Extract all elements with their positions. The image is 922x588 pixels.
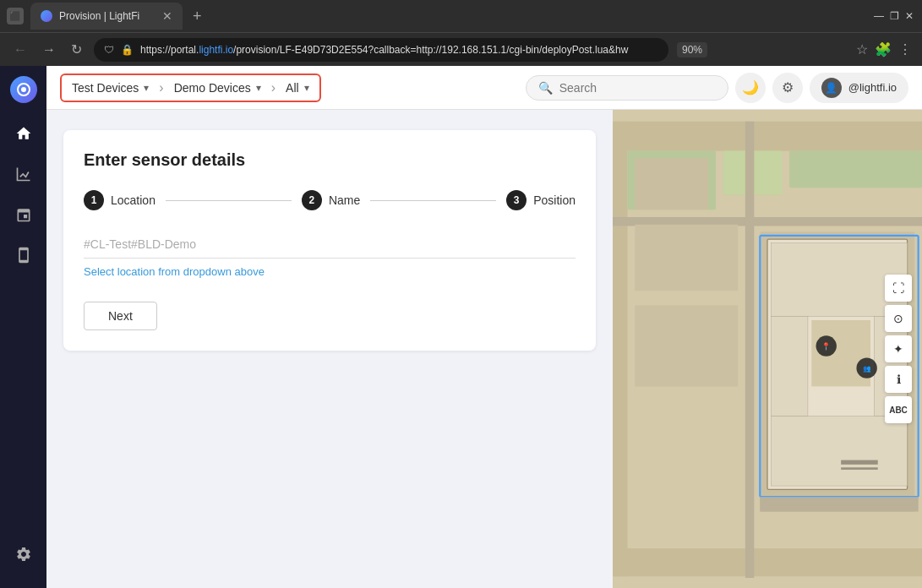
nav-settings-button[interactable] — [7, 537, 41, 571]
zoom-level: 90% — [677, 42, 707, 57]
svg-rect-8 — [789, 151, 922, 188]
location-hint-text: Select location from dropdown above — [84, 265, 576, 278]
svg-rect-12 — [635, 225, 738, 291]
tab-close-button[interactable]: ✕ — [162, 9, 172, 23]
step-line-2 — [370, 200, 496, 201]
avatar: 👤 — [821, 78, 842, 98]
breadcrumb-test-devices[interactable]: Test Devices ▾ — [72, 81, 149, 95]
svg-rect-3 — [613, 122, 922, 151]
breadcrumb-all-label: All — [286, 81, 299, 95]
svg-rect-10 — [745, 122, 754, 578]
svg-rect-4 — [613, 548, 922, 576]
svg-text:👥: 👥 — [863, 364, 871, 373]
locate-button[interactable]: ⊙ — [885, 305, 912, 332]
steps-row: 1 Location 2 Name 3 Position — [84, 190, 576, 210]
map-controls: ⛶ ⊙ ✦ ℹ ABC — [885, 275, 912, 423]
form-title: Enter sensor details — [84, 150, 576, 170]
lock-icon: 🛡 — [104, 44, 114, 56]
nav-analytics-button[interactable] — [7, 157, 41, 191]
nav-home-button[interactable] — [7, 117, 41, 150]
chevron-down-icon: ▾ — [144, 82, 149, 94]
step-2-circle: 2 — [302, 190, 322, 210]
breadcrumb: Test Devices ▾ › Demo Devices ▾ › All ▾ — [60, 74, 321, 102]
settings-button[interactable]: ⚙ — [772, 73, 803, 103]
breadcrumb-all[interactable]: All ▾ — [286, 81, 309, 95]
breadcrumb-separator-1: › — [159, 80, 163, 95]
url-text: https://portal.lightfi.io/provision/LF-E… — [140, 44, 628, 56]
address-bar: ← → ↻ 🛡 🔒 https://portal.lightfi.io/prov… — [0, 32, 922, 66]
step-3-circle: 3 — [506, 190, 526, 210]
step-line-1 — [166, 200, 292, 201]
step-3-label: Position — [533, 193, 576, 207]
location-input-area: #CL-Test#BLD-Demo Select location from d… — [84, 231, 576, 278]
more-button[interactable]: ⋮ — [898, 41, 912, 57]
svg-rect-23 — [841, 460, 878, 465]
new-tab-button[interactable]: + — [189, 4, 205, 29]
next-button[interactable]: Next — [84, 302, 157, 330]
svg-rect-13 — [635, 306, 738, 387]
svg-rect-5 — [613, 122, 627, 577]
active-tab[interactable]: Provision | LightFi ✕ — [30, 3, 183, 30]
reload-button[interactable]: ↻ — [68, 38, 85, 61]
nav-calendar-button[interactable] — [7, 198, 41, 231]
breadcrumb-demo-devices[interactable]: Demo Devices ▾ — [174, 81, 261, 95]
svg-rect-22 — [760, 497, 918, 511]
forward-button[interactable]: → — [39, 39, 59, 61]
star-button[interactable]: ☆ — [856, 41, 868, 57]
svg-rect-18 — [771, 416, 907, 486]
step-location: 1 Location — [84, 190, 155, 210]
svg-rect-24 — [841, 467, 878, 470]
nav-devices-button[interactable] — [7, 238, 41, 272]
fullscreen-button[interactable]: ⛶ — [885, 275, 912, 302]
left-panel: Enter sensor details 1 Location 2 Name — [46, 110, 613, 588]
map-background: 📍 👥 sador's C — [613, 110, 922, 588]
app-logo — [10, 76, 37, 103]
tab-favicon — [41, 10, 52, 22]
restore-button[interactable]: ❐ — [888, 10, 900, 22]
step-1-label: Location — [111, 193, 155, 207]
svg-rect-11 — [635, 158, 708, 210]
map-panel: 📍 👥 sador's C ⛶ ⊙ ✦ ℹ ABC — [613, 110, 922, 588]
top-bar: Test Devices ▾ › Demo Devices ▾ › All ▾ … — [46, 66, 922, 110]
svg-point-1 — [21, 87, 26, 92]
lock-padlock: 🔒 — [121, 44, 134, 56]
step-1-circle: 1 — [84, 190, 104, 210]
label-button[interactable]: ABC — [885, 396, 912, 423]
info-button[interactable]: ℹ — [885, 366, 912, 393]
window-controls: — ❐ ✕ — [873, 10, 915, 22]
compass-button[interactable]: ✦ — [885, 335, 912, 362]
user-label: @lightfi.io — [848, 81, 897, 94]
location-placeholder-text: #CL-Test#BLD-Demo — [84, 231, 576, 259]
svg-rect-19 — [771, 317, 808, 416]
address-actions: ☆ 🧩 ⋮ — [856, 41, 912, 57]
extensions-button[interactable]: 🧩 — [875, 41, 892, 57]
chevron-down-icon-3: ▾ — [304, 82, 309, 94]
app-sidebar — [0, 66, 46, 588]
user-menu-button[interactable]: 👤 @lightfi.io — [810, 73, 908, 103]
step-name: 2 Name — [302, 190, 360, 210]
breadcrumb-test-devices-label: Test Devices — [72, 81, 139, 95]
minimize-button[interactable]: — — [873, 10, 885, 22]
chevron-down-icon-2: ▾ — [256, 82, 261, 94]
tab-title: Provision | LightFi — [59, 10, 139, 22]
url-bar[interactable]: 🛡 🔒 https://portal.lightfi.io/provision/… — [94, 38, 668, 62]
step-position: 3 Position — [506, 190, 576, 210]
theme-toggle-button[interactable]: 🌙 — [735, 73, 766, 103]
search-box[interactable]: 🔍 — [526, 75, 728, 101]
search-input[interactable] — [559, 81, 712, 95]
breadcrumb-separator-2: › — [271, 80, 276, 95]
svg-text:📍: 📍 — [821, 341, 831, 351]
sensor-form-card: Enter sensor details 1 Location 2 Name — [63, 130, 596, 351]
close-button[interactable]: ✕ — [903, 10, 915, 22]
search-icon: 🔍 — [538, 81, 553, 95]
breadcrumb-demo-devices-label: Demo Devices — [174, 81, 251, 95]
browser-icon: ⬛ — [7, 8, 24, 24]
step-2-label: Name — [329, 193, 360, 207]
back-button[interactable]: ← — [10, 39, 30, 61]
